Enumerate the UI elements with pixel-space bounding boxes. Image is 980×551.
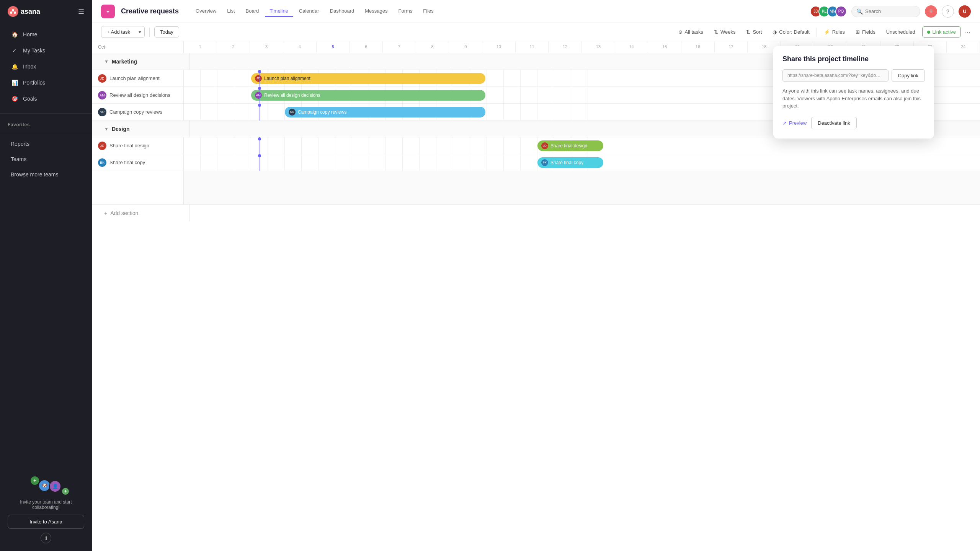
project-icon: ✦ <box>101 5 115 18</box>
sidebar-item-label: Inbox <box>23 64 36 70</box>
sidebar-item-inbox[interactable]: 🔔 Inbox <box>3 59 89 74</box>
help-button[interactable]: ? <box>942 5 954 18</box>
user-avatar[interactable]: U <box>959 5 971 18</box>
bg-col-23 <box>554 104 571 121</box>
task-bar[interactable]: JDShare final design <box>537 140 603 151</box>
tab-overview[interactable]: Overview <box>191 6 221 17</box>
task-bar[interactable]: BKShare final copy <box>537 157 603 168</box>
day-col-24: 24 <box>947 41 980 53</box>
day-col-1: 1 <box>184 41 217 53</box>
task-label-1: JD Launch plan alignment <box>92 70 184 86</box>
rules-button[interactable]: ⚡ Rules <box>820 27 849 37</box>
day-col-7: 7 <box>383 41 416 53</box>
task-name-5: Share final copy <box>109 160 145 165</box>
tab-dashboard[interactable]: Dashboard <box>325 6 359 17</box>
add-button[interactable]: + <box>925 5 937 18</box>
add-task-main-btn[interactable]: + Add task <box>101 26 136 37</box>
asana-logo: asana <box>8 6 40 17</box>
weeks-button[interactable]: ⇅ Weeks <box>710 27 740 37</box>
tab-timeline[interactable]: Timeline <box>265 6 293 17</box>
rules-label: Rules <box>832 29 845 35</box>
bg-col-22 <box>537 70 554 87</box>
sidebar-item-label: Portfolios <box>23 80 45 86</box>
bg-col-16 <box>436 154 453 171</box>
today-dot <box>258 70 261 73</box>
today-button[interactable]: Today <box>154 26 179 37</box>
color-button[interactable]: ◑ Color: Default <box>769 27 813 37</box>
bg-col-2 <box>201 137 217 154</box>
sidebar-item-home[interactable]: 🏠 Home <box>3 27 89 42</box>
tab-board[interactable]: Board <box>241 6 264 17</box>
fields-button[interactable]: ⊞ Fields <box>852 27 879 37</box>
bg-col-12 <box>369 154 386 171</box>
today-dot <box>258 104 261 107</box>
popover-description: Anyone with this link can see task names… <box>782 87 925 110</box>
project-title: Creative requests <box>121 7 179 15</box>
task-bar-label: Share final copy <box>550 160 583 165</box>
sidebar-item-goals[interactable]: 🎯 Goals <box>3 91 89 106</box>
bg-col-4 <box>234 137 251 154</box>
toolbar: + Add task ▾ Today ⊙ All tasks ⇅ Weeks ⇅… <box>92 23 980 41</box>
design-chevron-icon[interactable]: ▼ <box>104 126 109 132</box>
bg-col-21 <box>521 87 537 104</box>
add-section-row[interactable]: + Add section <box>92 205 980 222</box>
bg-col-4 <box>234 70 251 87</box>
search-input[interactable] <box>865 8 915 14</box>
marketing-chevron-icon[interactable]: ▼ <box>104 59 109 64</box>
task-avatar-4: JD <box>98 142 106 150</box>
sidebar-item-my-tasks[interactable]: ✓ My Tasks <box>3 43 89 58</box>
task-bar[interactable]: SRCampaign copy reviews <box>285 107 485 117</box>
task-name-2: Review all design decisions <box>109 92 170 98</box>
deactivate-link-button[interactable]: Deactivate link <box>811 117 857 129</box>
sidebar-item-label: Teams <box>11 156 26 162</box>
today-dot <box>258 137 261 140</box>
tab-files[interactable]: Files <box>418 6 438 17</box>
bg-col-19 <box>487 154 504 171</box>
avatar-2: 👤 <box>49 480 61 492</box>
sidebar-item-label: Goals <box>23 96 37 102</box>
info-icon[interactable]: ℹ <box>41 533 51 543</box>
add-task-button[interactable]: + Add task ▾ <box>101 26 145 38</box>
search-box[interactable]: 🔍 <box>851 6 920 17</box>
task-bar[interactable]: AMReview all design decisions <box>251 90 485 101</box>
sidebar-item-reports[interactable]: Reports <box>3 137 89 151</box>
header-right: JD KL MN PQ 🔍 + ? U <box>810 5 971 18</box>
bg-col-21 <box>521 70 537 87</box>
preview-link[interactable]: ↗ Preview <box>782 120 807 126</box>
sidebar-item-portfolios[interactable]: 📊 Portfolios <box>3 75 89 90</box>
task-bar[interactable]: JDLaunch plan alignment <box>251 73 485 84</box>
invite-to-asana-button[interactable]: Invite to Asana <box>8 515 84 529</box>
tab-messages[interactable]: Messages <box>360 6 392 17</box>
task-bar-avatar: AM <box>255 92 262 99</box>
today-dot <box>258 154 261 157</box>
weeks-label: Weeks <box>720 29 736 35</box>
link-row: https://share-beta.asana.com/?key=key&do… <box>782 69 925 82</box>
tab-forms[interactable]: Forms <box>394 6 417 17</box>
popover-title: Share this project timeline <box>782 55 925 63</box>
bg-col-22 <box>537 87 554 104</box>
task-avatar-2: AM <box>98 91 106 99</box>
preview-label: Preview <box>789 120 807 126</box>
more-options-button[interactable]: ⋯ <box>964 28 971 36</box>
add-task-dropdown-btn[interactable]: ▾ <box>136 26 144 37</box>
task-name-3: Campaign copy reviews <box>109 109 162 115</box>
bg-col-15 <box>420 137 436 154</box>
bg-col-3 <box>217 104 234 121</box>
tab-list[interactable]: List <box>222 6 239 17</box>
share-link-input[interactable]: https://share-beta.asana.com/?key=key&do… <box>782 69 889 82</box>
task-avatar-3: SR <box>98 108 106 116</box>
sidebar-item-browse-teams[interactable]: Browse more teams <box>3 168 89 181</box>
all-tasks-button[interactable]: ⊙ All tasks <box>675 27 707 37</box>
task-bar-avatar: JD <box>255 75 262 82</box>
sidebar-item-teams[interactable]: Teams <box>3 152 89 166</box>
all-tasks-label: All tasks <box>685 29 703 35</box>
unscheduled-button[interactable]: Unscheduled <box>882 27 919 37</box>
day-col-6: 6 <box>350 41 383 53</box>
copy-link-button[interactable]: Copy link <box>892 69 925 82</box>
hamburger-icon[interactable]: ☰ <box>78 7 84 16</box>
design-empty-rows <box>92 171 980 205</box>
bg-col-1 <box>184 137 201 154</box>
sort-button[interactable]: ⇅ Sort <box>742 27 766 37</box>
link-active-button[interactable]: Link active <box>922 26 961 37</box>
tab-calendar[interactable]: Calendar <box>294 6 324 17</box>
